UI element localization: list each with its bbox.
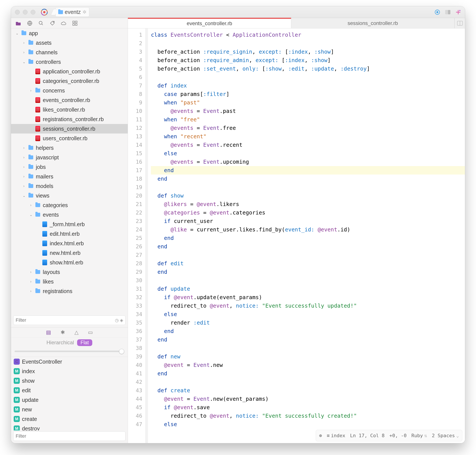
code-line-32[interactable]: if @event.update(event_params) [151, 293, 465, 301]
structure-filter-input[interactable] [16, 433, 123, 439]
settings-filter-icon[interactable]: ◈ [120, 317, 123, 323]
code-area[interactable]: 1234567891011121314151617181920212223242… [128, 28, 465, 443]
code-line-40[interactable]: @event = Event.new [151, 361, 465, 369]
structure-item-edit[interactable]: Medit [11, 386, 128, 395]
tree-row-events-controller-rb[interactable]: ·events_controller.rb [11, 95, 128, 105]
tree-row-mailers[interactable]: ›mailers [11, 172, 128, 181]
code-line-7[interactable]: def index [151, 81, 465, 90]
structure-item-destroy[interactable]: Mdestroy [11, 424, 128, 431]
code-line-25[interactable]: end [151, 234, 465, 242]
tree-row-helpers[interactable]: ›helpers [11, 143, 128, 153]
code-line-15[interactable]: else [151, 149, 465, 158]
gear-icon[interactable]: ✲ [82, 9, 86, 15]
code-line-24[interactable]: @like = current_user.likes.find_by(event… [151, 225, 465, 234]
chevron-down-icon[interactable]: ⌄ [15, 31, 19, 35]
search-icon[interactable] [38, 20, 44, 26]
code-line-12[interactable]: @events = Event.free [151, 124, 465, 132]
chevron-down-icon[interactable]: ⌄ [22, 194, 26, 198]
code-line-22[interactable]: @categories = @event.categories [151, 208, 465, 217]
tree-row-concerns[interactable]: ›concerns [11, 86, 128, 95]
code-line-18[interactable]: end [151, 175, 465, 183]
code-line-42[interactable] [151, 378, 465, 386]
chevron-right-icon[interactable]: › [29, 203, 33, 207]
minimize-window-button[interactable] [23, 10, 28, 15]
code-line-4[interactable]: before_action :require_admin, except: [:… [151, 56, 465, 65]
grid-icon[interactable] [72, 20, 78, 26]
structure-item-index[interactable]: Mindex [11, 366, 128, 376]
code-line-46[interactable]: redirect_to @event, notice: "Event succe… [151, 412, 465, 420]
code-line-5[interactable]: before_action :set_event, only: [:show, … [151, 65, 465, 73]
tree-row-users-controller-rb[interactable]: ·users_controller.rb [11, 133, 128, 143]
tree-row-application-controller-rb[interactable]: ·application_controller.rb [11, 67, 128, 76]
code-line-23[interactable]: if current_user [151, 217, 465, 225]
code-line-30[interactable] [151, 276, 465, 284]
structure-item-show[interactable]: Mshow [11, 376, 128, 386]
zoom-window-button[interactable] [31, 10, 35, 15]
tree-row-registrations[interactable]: ›registrations [11, 286, 128, 296]
code-line-10[interactable]: @events = Event.past [151, 107, 465, 115]
status-indent[interactable]: 2 Spaces ⌄ [432, 431, 459, 440]
code-line-19[interactable] [151, 183, 465, 191]
tree-row-sessions-controller-rb[interactable]: ·sessions_controller.rb [11, 124, 128, 133]
structure-item-eventscontroller[interactable]: CEventsController [11, 357, 128, 366]
code-lines[interactable]: class EventsController < ApplicationCont… [148, 28, 465, 443]
hierarchical-label[interactable]: Hierarchical [47, 340, 74, 346]
code-line-39[interactable]: def new [151, 352, 465, 361]
tree-row-layouts[interactable]: ›layouts [11, 267, 128, 277]
structure-slider[interactable] [15, 349, 124, 354]
code-line-9[interactable]: when "past" [151, 98, 465, 107]
tree-row-show-html-erb[interactable]: ·show.html.erb [11, 258, 128, 267]
code-line-21[interactable]: @likers = @event.likers [151, 200, 465, 208]
tree-row-assets[interactable]: ›assets [11, 38, 128, 48]
warning-icon[interactable]: △ [74, 329, 78, 335]
tree-row-channels[interactable]: ›channels [11, 48, 128, 57]
code-line-17[interactable]: end [151, 166, 465, 175]
status-language[interactable]: Ruby ⇅ [411, 431, 427, 440]
code-line-35[interactable]: render :edit [151, 318, 465, 327]
code-line-27[interactable] [151, 251, 465, 259]
code-line-36[interactable]: end [151, 327, 465, 335]
chevron-right-icon[interactable]: › [29, 289, 33, 293]
structure-icon[interactable]: ▤ [46, 329, 51, 335]
tree-row-jobs[interactable]: ›jobs [11, 162, 128, 172]
plus-icon[interactable] [454, 8, 462, 16]
tab-events-controller[interactable]: events_controller.rb [128, 18, 291, 28]
code-line-14[interactable]: @events = Event.recent [151, 141, 465, 149]
terminal-icon[interactable]: ▭ [88, 329, 93, 335]
chevron-right-icon[interactable]: › [29, 270, 33, 274]
breadcrumb[interactable]: eventz ✲ [55, 7, 89, 17]
tree-row-index-html-erb[interactable]: ·index.html.erb [11, 239, 128, 248]
chevron-down-icon[interactable]: ⌄ [22, 60, 26, 64]
tree-row-javascript[interactable]: ›javascript [11, 153, 128, 162]
chevron-right-icon[interactable]: › [22, 184, 26, 188]
status-target-icon[interactable]: ⊕ [319, 431, 322, 440]
code-line-45[interactable]: if @event.save [151, 403, 465, 412]
chevron-right-icon[interactable]: › [29, 89, 33, 92]
tree-row-controllers[interactable]: ⌄controllers [11, 57, 128, 67]
chevron-right-icon[interactable]: › [22, 175, 26, 179]
tree-filter-input[interactable] [16, 317, 114, 323]
chevron-right-icon[interactable]: › [22, 165, 26, 169]
code-line-28[interactable]: def edit [151, 259, 465, 268]
code-line-41[interactable]: end [151, 369, 465, 378]
code-line-47[interactable]: else [151, 420, 465, 429]
structure-item-new[interactable]: Mnew [11, 405, 128, 414]
code-line-16[interactable]: @events = Event.upcoming [151, 158, 465, 166]
structure-item-update[interactable]: Mupdate [11, 395, 128, 405]
code-line-8[interactable]: case params[:filter] [151, 90, 465, 98]
asterisk-icon[interactable]: ✱ [61, 329, 65, 335]
chevron-right-icon[interactable]: › [22, 41, 26, 45]
chevron-right-icon[interactable]: › [22, 146, 26, 150]
tree-row-likes[interactable]: ›likes [11, 277, 128, 286]
chevron-right-icon[interactable]: › [29, 280, 33, 284]
tree-row-categories[interactable]: ›categories [11, 200, 128, 210]
code-line-38[interactable] [151, 344, 465, 352]
project-files-icon[interactable] [16, 20, 22, 26]
editor-split-icon[interactable] [454, 18, 465, 28]
panel-split-icon[interactable] [444, 8, 452, 16]
code-line-44[interactable]: @event = Event.new(event_params) [151, 395, 465, 403]
file-tree[interactable]: ⌄app›assets›channels⌄controllers·applica… [11, 28, 128, 314]
code-line-31[interactable]: def update [151, 284, 465, 293]
tree-row-registrations-controller-rb[interactable]: ·registrations_controller.rb [11, 114, 128, 124]
tree-filter[interactable]: ◷ ◈ [13, 315, 125, 325]
